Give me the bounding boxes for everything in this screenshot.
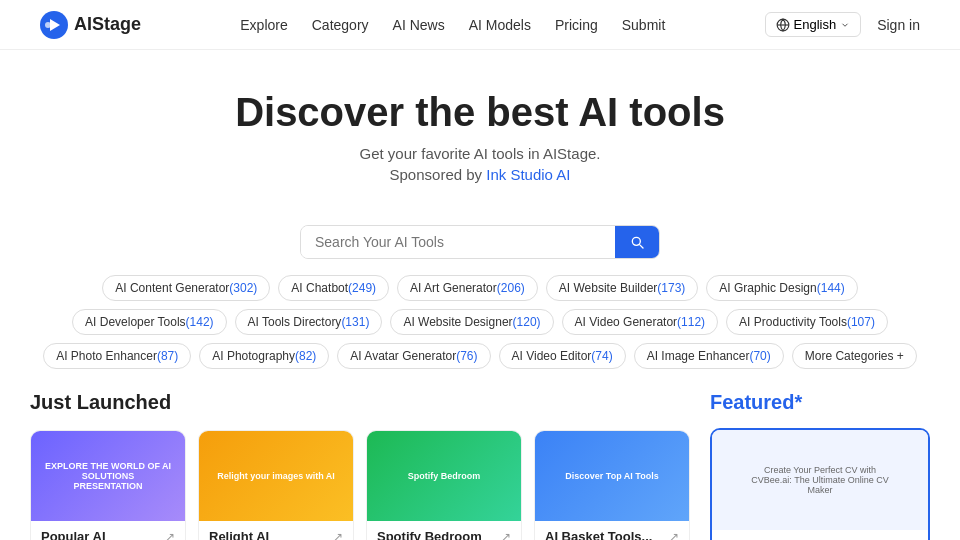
header: AIStage Explore Category AI News AI Mode… — [0, 0, 960, 50]
cat-tools-directory[interactable]: AI Tools Directory(131) — [235, 309, 383, 335]
tool-name: AI Basket Tools... — [545, 529, 652, 540]
signin-button[interactable]: Sign in — [877, 17, 920, 33]
logo-text: AIStage — [74, 14, 141, 35]
sponsored-link[interactable]: Ink Studio AI — [486, 166, 570, 183]
tool-card-relight-ai[interactable]: Relight your images with AI Relight AI ↗… — [198, 430, 354, 540]
nav-submit[interactable]: Submit — [622, 17, 666, 33]
logo[interactable]: AIStage — [40, 11, 141, 39]
tool-thumb-relight-ai: Relight your images with AI — [199, 431, 353, 521]
main-nav: Explore Category AI News AI Models Prici… — [240, 17, 665, 33]
cat-productivity-tools[interactable]: AI Productivity Tools(107) — [726, 309, 888, 335]
featured-card-cvbee[interactable]: Create Your Perfect CV withCVBee.ai: The… — [710, 428, 930, 540]
external-link-icon: ↗ — [501, 530, 511, 541]
tool-name: Spotify Bedroom — [377, 529, 482, 540]
language-button[interactable]: English — [765, 12, 862, 37]
tool-thumb-ai-basket: Discover Top AI Tools — [535, 431, 689, 521]
search-section — [0, 225, 960, 259]
sponsored-text: Sponsored by Ink Studio AI — [20, 166, 940, 183]
search-button[interactable] — [615, 226, 659, 258]
nav-ai-models[interactable]: AI Models — [469, 17, 531, 33]
categories-section: AI Content Generator(302) AI Chatbot(249… — [0, 275, 960, 381]
tool-name: Relight AI — [209, 529, 269, 540]
just-launched-title: Just Launched — [30, 391, 690, 414]
hero-section: Discover the best AI tools Get your favo… — [0, 50, 960, 207]
more-categories-button[interactable]: More Categories + — [792, 343, 917, 369]
nav-explore[interactable]: Explore — [240, 17, 287, 33]
cat-website-designer[interactable]: AI Website Designer(120) — [390, 309, 553, 335]
featured-thumb-cvbee: Create Your Perfect CV withCVBee.ai: The… — [712, 430, 928, 530]
cat-content-generator[interactable]: AI Content Generator(302) — [102, 275, 270, 301]
featured-title: Featured* — [710, 391, 930, 414]
hero-title: Discover the best AI tools — [20, 90, 940, 135]
nav-pricing[interactable]: Pricing — [555, 17, 598, 33]
cat-graphic-design[interactable]: AI Graphic Design(144) — [706, 275, 857, 301]
cat-chatbot[interactable]: AI Chatbot(249) — [278, 275, 389, 301]
cat-image-enhancer[interactable]: AI Image Enhancer(70) — [634, 343, 784, 369]
lang-label: English — [794, 17, 837, 32]
tool-card-ai-basket[interactable]: Discover Top AI Tools AI Basket Tools...… — [534, 430, 690, 540]
tool-name: Popular AI — [41, 529, 106, 540]
tool-card-popular-ai[interactable]: EXPLORE THE WORLD OF AI SOLUTIONSPRESENT… — [30, 430, 186, 540]
search-bar — [300, 225, 660, 259]
external-link-icon: ↗ — [165, 530, 175, 541]
external-link-icon: ↗ — [669, 530, 679, 541]
cat-photography[interactable]: AI Photography(82) — [199, 343, 329, 369]
tool-thumb-popular-ai: EXPLORE THE WORLD OF AI SOLUTIONSPRESENT… — [31, 431, 185, 521]
cat-art-generator[interactable]: AI Art Generator(206) — [397, 275, 538, 301]
hero-subtitle: Get your favorite AI tools in AIStage. — [20, 145, 940, 162]
tool-thumb-spotify-bedroom: Spotify Bedroom — [367, 431, 521, 521]
header-right: English Sign in — [765, 12, 920, 37]
cat-website-builder[interactable]: AI Website Builder(173) — [546, 275, 699, 301]
logo-icon — [40, 11, 68, 39]
nav-ai-news[interactable]: AI News — [393, 17, 445, 33]
featured-section: Featured* Create Your Perfect CV withCVB… — [710, 391, 930, 540]
main-content: Just Launched EXPLORE THE WORLD OF AI SO… — [0, 381, 960, 540]
chevron-down-icon — [840, 20, 850, 30]
tool-grid: EXPLORE THE WORLD OF AI SOLUTIONSPRESENT… — [30, 430, 690, 540]
cat-developer-tools[interactable]: AI Developer Tools(142) — [72, 309, 227, 335]
cat-avatar-generator[interactable]: AI Avatar Generator(76) — [337, 343, 490, 369]
svg-point-2 — [45, 22, 51, 28]
globe-icon — [776, 18, 790, 32]
tool-card-spotify-bedroom[interactable]: Spotify Bedroom Spotify Bedroom ↗ 🔥 19 S… — [366, 430, 522, 540]
search-icon — [629, 234, 645, 250]
cat-video-generator[interactable]: AI Video Generator(112) — [562, 309, 719, 335]
search-input[interactable] — [301, 226, 615, 258]
just-launched-section: Just Launched EXPLORE THE WORLD OF AI SO… — [30, 391, 690, 540]
cat-video-editor[interactable]: AI Video Editor(74) — [499, 343, 626, 369]
nav-category[interactable]: Category — [312, 17, 369, 33]
external-link-icon: ↗ — [333, 530, 343, 541]
cat-photo-enhancer[interactable]: AI Photo Enhancer(87) — [43, 343, 191, 369]
